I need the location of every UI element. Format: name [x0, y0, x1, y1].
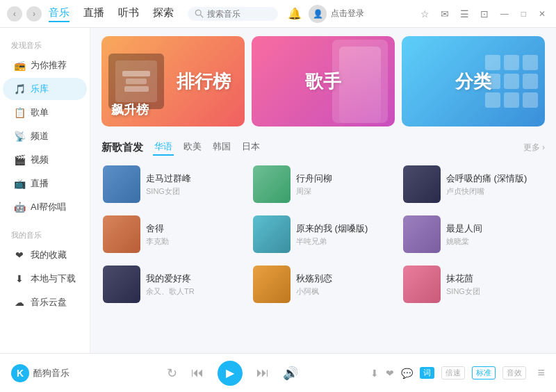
- song-name-7: 我的爱好疼: [146, 272, 243, 285]
- ai-icon: 🤖: [14, 202, 25, 213]
- minimize-button[interactable]: —: [497, 8, 512, 20]
- close-button[interactable]: ✕: [535, 8, 549, 20]
- filter-japanese[interactable]: 日本: [240, 139, 261, 156]
- sidebar-item-playlist-label: 歌单: [31, 106, 49, 119]
- song-item-9[interactable]: 抹花茴 SING女团: [402, 263, 545, 306]
- playlist-icon: 📋: [14, 107, 25, 118]
- song-thumb-1: [103, 165, 140, 203]
- song-thumb-img-5: [253, 215, 291, 253]
- maximize-button[interactable]: □: [518, 8, 530, 20]
- comment-button[interactable]: 💬: [401, 368, 413, 379]
- menu-icon[interactable]: ☰: [457, 7, 472, 21]
- song-thumb-img-3: [403, 165, 441, 203]
- song-thumb-img-6: [403, 215, 441, 253]
- song-thumb-2: [253, 165, 291, 203]
- forward-button[interactable]: ›: [26, 6, 42, 22]
- song-item-7[interactable]: 我的爱好疼 余又、歌人TR: [101, 263, 245, 306]
- song-artist-4: 李克勤: [146, 236, 243, 247]
- video-icon: 🎬: [14, 154, 25, 165]
- more-button[interactable]: 更多 ›: [523, 142, 545, 154]
- banner-artist[interactable]: 歌手: [252, 36, 395, 126]
- local-icon: ⬇: [14, 273, 25, 284]
- song-item-5[interactable]: 原来的我 (烟嗓版) 半吨兄弟: [252, 213, 395, 256]
- sidebar-item-channel[interactable]: 📡 频道: [3, 125, 87, 147]
- sidebar-item-cloud-label: 音乐云盘: [31, 296, 67, 309]
- search-bar[interactable]: [188, 7, 278, 21]
- next-button[interactable]: ⏭: [256, 366, 269, 380]
- sidebar-item-cloud[interactable]: ☁ 音乐云盘: [3, 291, 87, 313]
- mail-icon[interactable]: ✉: [438, 7, 452, 21]
- nav-live[interactable]: 直播: [83, 5, 104, 22]
- skin-icon[interactable]: ⊡: [477, 7, 491, 21]
- sidebar-item-library[interactable]: 🎵 乐库: [3, 78, 87, 100]
- standard-button[interactable]: 标准: [472, 366, 496, 379]
- sidebar-item-ai[interactable]: 🤖 AI帮你唱: [3, 196, 87, 218]
- song-artist-8: 小阿枫: [296, 286, 393, 297]
- sidebar-item-playlist[interactable]: 📋 歌单: [3, 101, 87, 124]
- download-button[interactable]: ⬇: [370, 368, 379, 379]
- song-thumb-img-1: [103, 165, 140, 203]
- my-music-title: 我的音乐: [0, 226, 90, 243]
- discover-music-title: 发现音乐: [0, 36, 90, 54]
- sidebar-item-recommend[interactable]: 📻 为你推荐: [3, 54, 87, 76]
- song-name-9: 抹花茴: [446, 272, 543, 285]
- nav-audiobook[interactable]: 听书: [118, 5, 139, 22]
- album-cover-inner: [115, 60, 157, 102]
- loop-button[interactable]: ↻: [167, 366, 177, 381]
- sidebar-item-favorites[interactable]: ❤ 我的收藏: [3, 244, 87, 266]
- song-item-6[interactable]: 最是人间 姚晓棠: [402, 213, 545, 256]
- section-header: 新歌首发 华语 欧美 韩国 日本 更多 ›: [101, 139, 545, 156]
- song-thumb-3: [403, 165, 441, 203]
- filter-chinese[interactable]: 华语: [153, 139, 174, 156]
- song-info-6: 最是人间 姚晓棠: [446, 222, 543, 247]
- bell-button[interactable]: 🔔: [285, 4, 304, 24]
- logo-text: 酷狗音乐: [33, 367, 70, 379]
- sidebar-item-live[interactable]: 📺 直播: [3, 172, 87, 195]
- banner-category[interactable]: 分类: [402, 36, 545, 126]
- user-area[interactable]: 👤 点击登录: [309, 5, 364, 23]
- filter-western[interactable]: 欧美: [182, 139, 203, 156]
- song-thumb-7: [103, 266, 140, 303]
- sidebar-item-local[interactable]: ⬇ 本地与下载: [3, 268, 87, 290]
- volume-button[interactable]: 🔊: [283, 366, 298, 381]
- nav-explore[interactable]: 探索: [153, 5, 174, 22]
- content-area: 飙升榜 排行榜 歌手 分类 新: [90, 28, 556, 353]
- song-item-4[interactable]: 舍得 李克勤: [101, 213, 245, 256]
- song-thumb-img-2: [253, 165, 291, 203]
- search-input[interactable]: [207, 9, 270, 19]
- star-icon[interactable]: ☆: [418, 7, 432, 21]
- nav-music[interactable]: 音乐: [49, 5, 70, 22]
- sidebar-item-library-label: 乐库: [31, 83, 49, 95]
- song-info-9: 抹花茴 SING女团: [446, 272, 543, 297]
- playlist-button[interactable]: ≡: [537, 366, 545, 380]
- title-icons: ☆ ✉ ☰ ⊡ — □ ✕: [418, 7, 549, 21]
- lyric-button[interactable]: 词: [420, 367, 434, 379]
- eq-button[interactable]: 音效: [502, 366, 526, 379]
- song-item-3[interactable]: 会呼吸的痛 (深情版) 卢贞快闭嘴: [402, 163, 545, 206]
- sidebar-item-favorites-label: 我的收藏: [31, 249, 67, 261]
- speed-button[interactable]: 倍速: [441, 366, 465, 379]
- song-artist-3: 卢贞快闭嘴: [446, 186, 543, 197]
- song-item-1[interactable]: 走马过群峰 SING女团: [101, 163, 245, 206]
- love-button[interactable]: ❤: [386, 368, 394, 379]
- song-info-1: 走马过群峰 SING女团: [146, 172, 243, 197]
- prev-button[interactable]: ⏮: [191, 366, 204, 380]
- song-artist-9: SING女团: [446, 286, 543, 297]
- main-area: 发现音乐 📻 为你推荐 🎵 乐库 📋 歌单 📡 频道 🎬 视频 📺 直播 🤖 A…: [0, 28, 556, 353]
- recommend-icon: 📻: [14, 60, 25, 71]
- banner-artist-title: 歌手: [305, 70, 341, 94]
- banner-chart-title: 排行榜: [177, 70, 231, 94]
- song-item-8[interactable]: 秋殇别恋 小阿枫: [252, 263, 395, 306]
- song-item-2[interactable]: 行舟问柳 周深: [252, 163, 395, 206]
- sidebar-item-video[interactable]: 🎬 视频: [3, 149, 87, 171]
- back-button[interactable]: ‹: [7, 6, 22, 22]
- right-controls: ⬇ ❤ 💬 词 倍速 标准 音效 ≡: [370, 366, 545, 380]
- filter-korean[interactable]: 韩国: [211, 139, 232, 156]
- login-text[interactable]: 点击登录: [331, 8, 364, 19]
- title-bar: ‹ › 音乐 直播 听书 探索 🔔 👤 点击登录 ☆ ✉ ☰ ⊡ — □ ✕: [0, 0, 556, 28]
- song-thumb-8: [253, 266, 291, 303]
- sidebar-item-local-label: 本地与下载: [31, 272, 76, 285]
- banner-category-title: 分类: [455, 70, 491, 94]
- play-button[interactable]: ▶: [218, 361, 243, 386]
- banner-chart[interactable]: 飙升榜 排行榜: [101, 36, 245, 126]
